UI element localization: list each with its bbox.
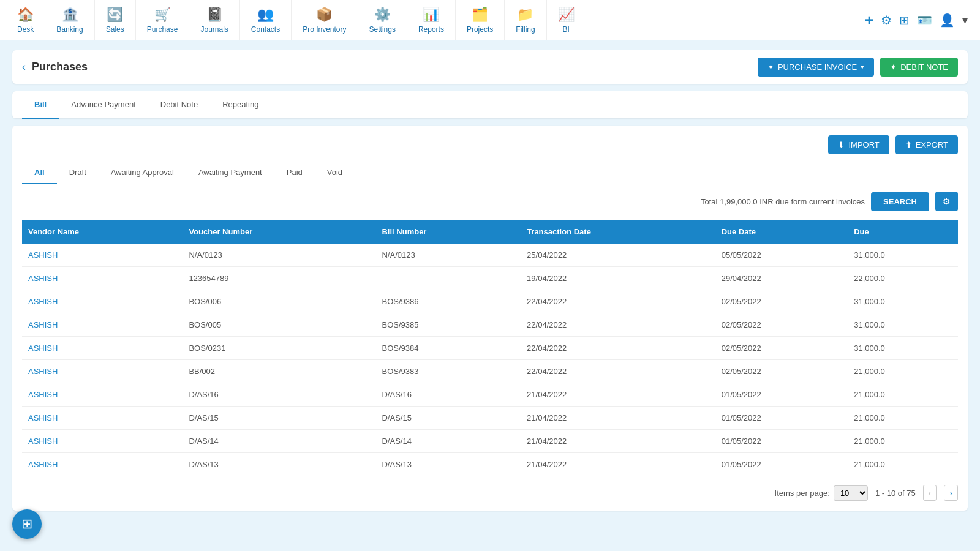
main-tabs-container: Bill Advance Payment Debit Note Repeatin… <box>12 91 968 118</box>
nav-label-pro-inventory: Pro Inventory <box>303 25 346 34</box>
cell-transaction-date: 22/04/2022 <box>521 290 715 313</box>
cell-voucher: BB/002 <box>183 360 375 383</box>
cell-due: 31,000.0 <box>848 337 958 360</box>
cell-vendor[interactable]: ASHISH <box>22 267 183 290</box>
cell-due-date: 29/04/2022 <box>715 267 848 290</box>
search-row: Total 1,99,000.0 INR due form current in… <box>22 192 958 211</box>
page-header-left: ‹ Purchases <box>22 61 88 73</box>
cell-vendor[interactable]: ASHISH <box>22 360 183 383</box>
status-tab-awaiting-payment[interactable]: Awaiting Payment <box>186 162 274 184</box>
cell-voucher: BOS/005 <box>183 313 375 337</box>
tab-advance-payment[interactable]: Advance Payment <box>59 91 148 119</box>
status-tab-paid[interactable]: Paid <box>274 162 315 184</box>
cell-transaction-date: 21/04/2022 <box>521 383 715 407</box>
table-row: ASHISH D/AS/15 D/AS/15 21/04/2022 01/05/… <box>22 407 958 430</box>
next-page-button[interactable]: › <box>944 485 958 501</box>
nav-label-desk: Desk <box>17 25 34 34</box>
cell-due-date: 05/05/2022 <box>715 244 848 267</box>
nav-item-pro-inventory[interactable]: 📦 Pro Inventory <box>292 0 358 40</box>
cell-voucher: 123654789 <box>183 267 375 290</box>
cell-voucher: D/AS/15 <box>183 407 375 430</box>
filter-settings-button[interactable]: ⚙ <box>935 192 958 211</box>
nav-item-bi[interactable]: 📈 BI <box>547 0 586 40</box>
cell-vendor[interactable]: ASHISH <box>22 407 183 430</box>
nav-item-journals[interactable]: 📓 Journals <box>189 0 239 40</box>
tab-repeating[interactable]: Repeating <box>210 91 271 119</box>
cell-due: 21,000.0 <box>848 407 958 430</box>
cell-due-date: 01/05/2022 <box>715 453 848 476</box>
nav-label-filling: Filling <box>516 25 535 34</box>
grid-icon[interactable]: ⊞ <box>899 13 910 28</box>
nav-item-sales[interactable]: 🔄 Sales <box>95 0 136 40</box>
nav-label-journals: Journals <box>200 25 228 34</box>
cell-voucher: D/AS/16 <box>183 383 375 407</box>
toolbar-row: ⬇ IMPORT ⬆ EXPORT <box>22 135 958 154</box>
cell-bill <box>375 267 521 290</box>
status-tab-all[interactable]: All <box>22 162 57 184</box>
cell-bill: D/AS/15 <box>375 407 521 430</box>
nav-label-bi: BI <box>562 25 569 34</box>
filter-settings-icon: ⚙ <box>943 197 951 206</box>
nav-item-desk[interactable]: 🏠 Desk <box>6 0 45 40</box>
cell-due-date: 02/05/2022 <box>715 313 848 337</box>
search-button[interactable]: SEARCH <box>871 192 929 211</box>
nav-item-projects[interactable]: 🗂️ Projects <box>456 0 505 40</box>
main-content: ‹ Purchases ✦ PURCHASE INVOICE ▾ ✦ DEBIT… <box>0 40 980 520</box>
content-panel: ⬇ IMPORT ⬆ EXPORT All Draft Awaiting App… <box>12 126 968 511</box>
debit-note-button[interactable]: ✦ DEBIT NOTE <box>880 58 958 77</box>
cell-vendor[interactable]: ASHISH <box>22 453 183 476</box>
avatar-icon[interactable]: 👤 <box>940 13 955 28</box>
dropdown-arrow-icon[interactable]: ▾ <box>962 13 968 27</box>
items-per-page-select[interactable]: 10 25 50 100 <box>834 485 868 501</box>
debit-note-label: DEBIT NOTE <box>900 62 948 72</box>
next-icon: › <box>949 488 952 498</box>
status-tab-awaiting-approval[interactable]: Awaiting Approval <box>99 162 186 184</box>
table-body: ASHISH N/A/0123 N/A/0123 25/04/2022 05/0… <box>22 244 958 476</box>
bottom-widget[interactable]: ⊞ <box>12 509 42 539</box>
export-button[interactable]: ⬆ EXPORT <box>895 135 958 154</box>
table-row: ASHISH BOS/006 BOS/9386 22/04/2022 02/05… <box>22 290 958 313</box>
add-icon[interactable]: + <box>865 12 873 29</box>
page-title: Purchases <box>32 61 88 73</box>
cell-vendor[interactable]: ASHISH <box>22 244 183 267</box>
cell-bill: BOS/9384 <box>375 337 521 360</box>
back-button[interactable]: ‹ <box>22 61 26 73</box>
import-button[interactable]: ⬇ IMPORT <box>828 135 889 154</box>
cell-vendor[interactable]: ASHISH <box>22 337 183 360</box>
col-header-transaction-date: Transaction Date <box>521 220 715 244</box>
cell-transaction-date: 21/04/2022 <box>521 430 715 453</box>
cell-vendor[interactable]: ASHISH <box>22 430 183 453</box>
plus-icon: ✦ <box>767 62 774 72</box>
prev-page-button[interactable]: ‹ <box>923 485 937 501</box>
cell-vendor[interactable]: ASHISH <box>22 383 183 407</box>
nav-item-contacts[interactable]: 👥 Contacts <box>240 0 292 40</box>
page-info: 1 - 10 of 75 <box>875 489 916 498</box>
nav-item-purchase[interactable]: 🛒 Purchase <box>136 0 190 40</box>
table-row: ASHISH N/A/0123 N/A/0123 25/04/2022 05/0… <box>22 244 958 267</box>
tab-bill[interactable]: Bill <box>22 91 59 119</box>
nav-label-sales: Sales <box>106 25 124 34</box>
purchase-invoice-label: PURCHASE INVOICE <box>778 62 857 72</box>
reports-icon: 📊 <box>423 7 439 23</box>
cell-vendor[interactable]: ASHISH <box>22 313 183 337</box>
nav-item-banking[interactable]: 🏦 Banking <box>45 0 94 40</box>
invoice-dropdown-icon[interactable]: ▾ <box>861 63 864 71</box>
user-card-icon[interactable]: 🪪 <box>917 13 932 28</box>
purchase-icon: 🛒 <box>154 7 171 23</box>
gear-icon[interactable]: ⚙ <box>881 13 892 28</box>
cell-voucher: N/A/0123 <box>183 244 375 267</box>
nav-item-reports[interactable]: 📊 Reports <box>407 0 456 40</box>
table-row: ASHISH 123654789 19/04/2022 29/04/2022 2… <box>22 267 958 290</box>
tab-debit-note[interactable]: Debit Note <box>148 91 210 119</box>
status-tab-void[interactable]: Void <box>315 162 355 184</box>
import-label: IMPORT <box>848 140 879 149</box>
main-tabs: Bill Advance Payment Debit Note Repeatin… <box>22 91 958 118</box>
purchase-invoice-button[interactable]: ✦ PURCHASE INVOICE ▾ <box>758 58 874 77</box>
sales-icon: 🔄 <box>107 7 123 23</box>
nav-item-settings[interactable]: ⚙️ Settings <box>358 0 407 40</box>
nav-label-contacts: Contacts <box>251 25 280 34</box>
nav-item-filling[interactable]: 📁 Filling <box>505 0 546 40</box>
status-tab-draft[interactable]: Draft <box>57 162 99 184</box>
cell-due: 21,000.0 <box>848 453 958 476</box>
cell-vendor[interactable]: ASHISH <box>22 290 183 313</box>
